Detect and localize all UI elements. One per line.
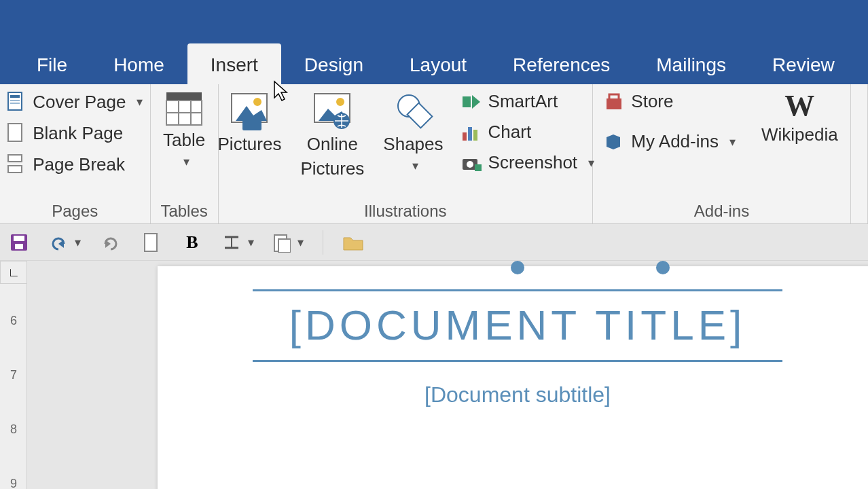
chart-button[interactable]: Chart bbox=[457, 119, 536, 145]
pictures-label: Pictures bbox=[218, 134, 282, 155]
group-cutoff bbox=[851, 84, 868, 223]
paste-button[interactable]: ▾ bbox=[273, 232, 304, 253]
smartart-icon bbox=[461, 92, 482, 111]
ruler-corner: ∟ bbox=[0, 261, 27, 284]
svg-rect-6 bbox=[8, 166, 22, 173]
my-addins-label: My Add-ins bbox=[631, 131, 719, 152]
svg-rect-42 bbox=[278, 239, 291, 253]
chevron-down-icon: ▾ bbox=[137, 94, 143, 109]
redo-button[interactable] bbox=[100, 232, 122, 253]
group-addins: Store My Add-ins ▾ W Wikipedia Add-ins bbox=[593, 84, 851, 223]
cover-page-label: Cover Page bbox=[33, 92, 126, 113]
document-area[interactable]: [DOCUMENT TITLE] [Document subtitle] bbox=[27, 261, 868, 489]
tab-home[interactable]: Home bbox=[90, 43, 187, 84]
tab-design[interactable]: Design bbox=[281, 43, 386, 84]
quick-access-toolbar: ▾ B ▾ ▾ bbox=[0, 224, 868, 261]
save-button[interactable] bbox=[8, 232, 30, 253]
ruler-tick: 8 bbox=[0, 422, 27, 437]
svg-point-13 bbox=[253, 98, 261, 106]
selection-handle[interactable] bbox=[511, 261, 524, 274]
group-illustrations-label: Illustrations bbox=[364, 198, 446, 221]
screenshot-button[interactable]: Screenshot ▾ bbox=[457, 149, 599, 176]
ribbon-tabs: File Home Insert Design Layout Reference… bbox=[0, 24, 868, 84]
tab-references[interactable]: References bbox=[490, 43, 633, 84]
online-pictures-button[interactable]: Online Pictures bbox=[295, 88, 369, 182]
online-pictures-label-1: Online bbox=[307, 134, 358, 155]
online-pictures-icon bbox=[312, 91, 352, 130]
wikipedia-button[interactable]: W Wikipedia bbox=[756, 88, 844, 148]
smartart-button[interactable]: SmartArt bbox=[457, 88, 562, 115]
page-break-button[interactable]: Page Break bbox=[3, 151, 129, 178]
wikipedia-label: Wikipedia bbox=[761, 125, 838, 145]
svg-rect-15 bbox=[242, 118, 261, 130]
svg-marker-35 bbox=[58, 240, 64, 248]
page-break-icon bbox=[7, 153, 26, 175]
svg-rect-22 bbox=[463, 96, 471, 107]
group-addins-label: Add-ins bbox=[694, 198, 749, 221]
blank-page-icon bbox=[7, 122, 26, 144]
svg-rect-7 bbox=[166, 92, 202, 101]
open-folder-button[interactable] bbox=[342, 232, 364, 253]
title-frame[interactable]: [DOCUMENT TITLE] bbox=[253, 289, 782, 362]
blank-page-label: Blank Page bbox=[33, 123, 123, 144]
svg-marker-23 bbox=[472, 95, 480, 109]
new-doc-button[interactable] bbox=[141, 232, 162, 253]
document-title-placeholder[interactable]: [DOCUMENT TITLE] bbox=[253, 301, 782, 349]
shapes-icon bbox=[393, 91, 433, 130]
table-icon bbox=[165, 91, 203, 126]
svg-rect-24 bbox=[463, 132, 467, 141]
undo-button[interactable]: ▾ bbox=[49, 233, 81, 252]
svg-marker-36 bbox=[105, 240, 111, 248]
svg-rect-29 bbox=[475, 164, 482, 171]
cover-page-icon bbox=[7, 91, 26, 113]
my-addins-button[interactable]: My Add-ins ▾ bbox=[600, 128, 740, 155]
vertical-ruler[interactable]: 6 7 8 9 bbox=[0, 284, 27, 489]
ruler-tick: 6 bbox=[0, 314, 27, 328]
store-button[interactable]: Store bbox=[600, 88, 677, 115]
tab-review[interactable]: Review bbox=[749, 43, 858, 84]
shapes-button[interactable]: Shapes ▾ bbox=[378, 88, 448, 176]
chevron-down-icon: ▾ bbox=[183, 155, 189, 169]
svg-rect-26 bbox=[473, 130, 477, 141]
document-subtitle-placeholder[interactable]: [Document subtitle] bbox=[158, 382, 868, 408]
workspace: ∟ 6 7 8 9 [DOCUMENT TITLE] [Document sub… bbox=[0, 261, 868, 489]
spacing-button[interactable]: ▾ bbox=[222, 233, 254, 252]
tab-file[interactable]: File bbox=[14, 43, 90, 84]
shapes-label: Shapes bbox=[383, 134, 443, 155]
chevron-down-icon: ▾ bbox=[297, 235, 304, 250]
tab-insert[interactable]: Insert bbox=[187, 43, 281, 84]
group-pages: Cover Page ▾ Blank Page Page Break Page bbox=[0, 84, 151, 223]
svg-rect-1 bbox=[10, 95, 20, 98]
blank-page-button[interactable]: Blank Page bbox=[3, 120, 127, 147]
online-pictures-label-2: Pictures bbox=[300, 159, 364, 179]
screenshot-label: Screenshot bbox=[488, 152, 578, 173]
group-pages-label: Pages bbox=[52, 198, 98, 221]
page[interactable]: [DOCUMENT TITLE] [Document subtitle] bbox=[158, 266, 868, 489]
chart-icon bbox=[461, 123, 482, 142]
svg-point-17 bbox=[336, 98, 344, 106]
table-button[interactable]: Table ▾ bbox=[158, 88, 211, 172]
chevron-down-icon: ▾ bbox=[248, 235, 254, 250]
bold-button[interactable]: B bbox=[181, 232, 203, 253]
group-tables-label: Tables bbox=[160, 198, 207, 221]
pictures-button[interactable]: Pictures bbox=[213, 88, 287, 158]
ribbon-body: Cover Page ▾ Blank Page Page Break Page bbox=[0, 84, 868, 224]
cover-page-button[interactable]: Cover Page ▾ bbox=[3, 88, 147, 115]
group-illustrations: Pictures Online Pictures Shapes ▾ bbox=[219, 84, 593, 223]
group-tables: Table ▾ Tables bbox=[151, 84, 219, 223]
svg-marker-31 bbox=[607, 134, 620, 149]
tab-mailings[interactable]: Mailings bbox=[633, 43, 749, 84]
svg-rect-34 bbox=[15, 244, 23, 249]
tab-view[interactable]: View bbox=[858, 43, 868, 84]
svg-rect-5 bbox=[8, 155, 22, 162]
chevron-down-icon: ▾ bbox=[729, 134, 736, 149]
store-icon bbox=[604, 92, 624, 112]
selection-handle[interactable] bbox=[656, 261, 670, 274]
svg-rect-25 bbox=[468, 127, 472, 141]
title-bar bbox=[0, 0, 868, 24]
chart-label: Chart bbox=[488, 122, 532, 143]
svg-rect-30 bbox=[607, 98, 621, 109]
chevron-down-icon: ▾ bbox=[412, 159, 418, 173]
svg-rect-4 bbox=[8, 124, 22, 141]
tab-layout[interactable]: Layout bbox=[386, 43, 490, 84]
